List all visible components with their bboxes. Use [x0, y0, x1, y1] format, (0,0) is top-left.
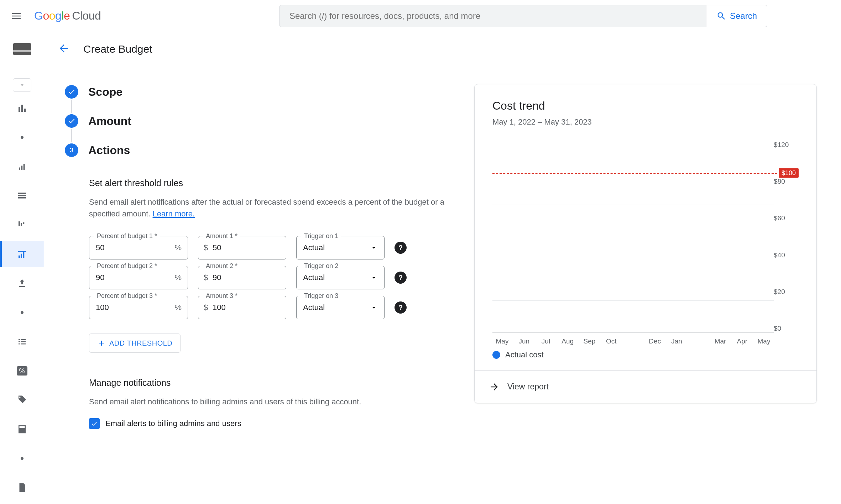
side-nav: %: [0, 66, 44, 504]
trigger-value: Actual: [303, 273, 325, 282]
trigger-value: Actual: [303, 303, 325, 312]
currency-prefix: $: [204, 243, 208, 252]
trigger-field: Trigger on 1Actual: [296, 236, 385, 259]
sidebar-item-export[interactable]: [0, 271, 44, 296]
sidebar-item-overview[interactable]: [0, 95, 44, 121]
page-header: Create Budget: [0, 32, 841, 66]
step-connector: [71, 129, 72, 142]
sidebar-item-budgets[interactable]: [0, 241, 44, 267]
menu-icon[interactable]: [10, 10, 23, 22]
sidebar-item-calc[interactable]: [0, 416, 44, 442]
page-title: Create Budget: [83, 43, 152, 55]
search-button-label: Search: [730, 11, 757, 21]
trigger-label: Trigger on 1: [301, 232, 341, 240]
view-report-link[interactable]: View report: [475, 370, 816, 403]
sidebar-item-tags[interactable]: [0, 387, 44, 413]
learn-more-link[interactable]: Learn more.: [153, 209, 195, 218]
bar-chart-small-icon: [17, 161, 27, 172]
budgets-icon: [17, 249, 27, 259]
sidebar-item-dot-3[interactable]: [0, 446, 44, 471]
x-tick-label: Sep: [580, 337, 599, 347]
list-icon: [17, 336, 27, 347]
email-alerts-checkbox-row[interactable]: Email alerts to billing admins and users: [89, 418, 453, 429]
notifications-desc: Send email alert notifications to billin…: [89, 396, 449, 408]
threshold-desc: Send email alert notifications after the…: [89, 196, 449, 220]
chevron-down-icon: [370, 304, 378, 311]
check-icon: [65, 114, 78, 128]
document-icon: [17, 482, 27, 493]
chart-gridline: [492, 205, 774, 205]
sidebar-item-cost-breakdown[interactable]: [0, 212, 44, 238]
chart-baseline: [492, 332, 774, 332]
amount-label: Amount 1 *: [203, 232, 240, 240]
trigger-label: Trigger on 2: [301, 262, 341, 270]
dot-icon: [21, 311, 23, 314]
chevron-down-icon: [370, 274, 378, 282]
threshold-section: Set alert threshold rules Send email ale…: [89, 178, 453, 353]
percent-field: Percent of budget 2 *%: [89, 266, 188, 289]
calculator-icon: [17, 424, 27, 435]
help-icon[interactable]: ?: [395, 301, 407, 314]
x-tick-label: Jun: [514, 337, 534, 347]
x-tick-label: [623, 337, 643, 347]
y-tick-label: $80: [774, 178, 785, 185]
trigger-label: Trigger on 3: [301, 292, 341, 300]
cost-trend-card: Cost trend May 1, 2022 – May 31, 2023 $1…: [474, 84, 817, 403]
back-button[interactable]: [58, 42, 70, 56]
waterfall-chart-icon: [17, 220, 27, 230]
amount-label: Amount 3 *: [203, 292, 240, 300]
y-tick-label: $0: [774, 325, 781, 332]
search-bar: Search: [279, 5, 767, 27]
sidebar-collapse-toggle[interactable]: [13, 78, 31, 92]
add-threshold-button[interactable]: ADD THRESHOLD: [89, 334, 181, 353]
x-tick-label: Jan: [667, 337, 686, 347]
currency-prefix: $: [204, 273, 208, 282]
sidebar-item-percent[interactable]: %: [0, 358, 44, 384]
search-button[interactable]: Search: [706, 5, 767, 27]
sidebar-item-doc[interactable]: [0, 475, 44, 500]
sidebar-item-cost-table[interactable]: [0, 183, 44, 209]
sidebar-item-pricing[interactable]: [0, 329, 44, 355]
percent-suffix: %: [174, 273, 182, 282]
help-icon[interactable]: ?: [395, 242, 407, 254]
sidebar-item-dot-2[interactable]: [0, 300, 44, 325]
threshold-row: Percent of budget 2 *%Amount 2 *$Trigger…: [89, 266, 453, 289]
arrow-right-icon: [489, 382, 500, 392]
help-icon[interactable]: ?: [395, 272, 407, 284]
checkbox-checked-icon[interactable]: [89, 418, 100, 429]
tag-icon: [17, 395, 27, 405]
trigger-field: Trigger on 2Actual: [296, 266, 385, 289]
search-input[interactable]: [279, 5, 706, 27]
amount-label: Amount 2 *: [203, 262, 240, 270]
notifications-section: Manage notifications Send email alert no…: [89, 378, 453, 429]
search-icon: [716, 11, 726, 21]
trigger-value: Actual: [303, 243, 325, 252]
table-icon: [17, 190, 27, 201]
bar-chart-icon: [17, 103, 27, 114]
sidebar-item-reports[interactable]: [0, 154, 44, 179]
chart-gridline: [492, 269, 774, 269]
percent-suffix: %: [174, 303, 182, 312]
chart-x-axis: MayJunJulAugSepOctDecJanMarAprMay: [492, 334, 774, 347]
notifications-heading: Manage notifications: [89, 378, 453, 388]
step-actions[interactable]: 3 Actions: [65, 142, 453, 158]
sidebar-item-dot-1[interactable]: [0, 125, 44, 150]
google-cloud-logo[interactable]: Google Cloud: [34, 9, 101, 22]
percent-label: Percent of budget 2 *: [94, 262, 160, 270]
budget-threshold-line: [492, 173, 777, 174]
step-amount[interactable]: Amount: [65, 113, 453, 129]
percent-icon: %: [17, 366, 27, 376]
trigger-field: Trigger on 3Actual: [296, 296, 385, 319]
percent-label: Percent of budget 1 *: [94, 232, 160, 240]
main-content: Scope Amount 3 Actions Set alert thresho…: [44, 66, 841, 504]
percent-field: Percent of budget 3 *%: [89, 296, 188, 319]
percent-label: Percent of budget 3 *: [94, 292, 160, 300]
threshold-row: Percent of budget 3 *%Amount 3 *$Trigger…: [89, 296, 453, 319]
x-tick-label: [689, 337, 708, 347]
step-number-badge: 3: [65, 143, 78, 157]
chevron-down-icon: [370, 244, 378, 252]
threshold-row: Percent of budget 1 *%Amount 1 *$Trigger…: [89, 236, 453, 259]
form-column: Scope Amount 3 Actions Set alert thresho…: [65, 84, 453, 504]
step-scope[interactable]: Scope: [65, 84, 453, 100]
stepper: Scope Amount 3 Actions: [65, 84, 453, 158]
